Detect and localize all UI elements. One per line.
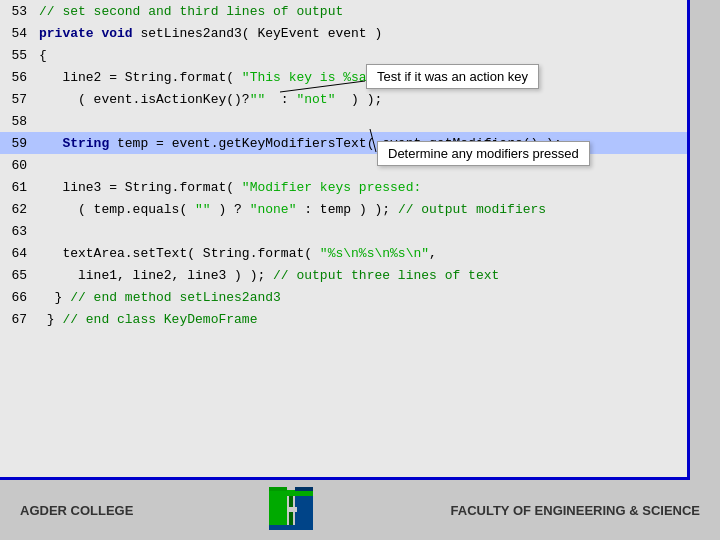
table-row: 58 bbox=[0, 110, 687, 132]
table-row: 62 ( temp.equals( "" ) ? "none" : temp )… bbox=[0, 198, 687, 220]
svg-rect-7 bbox=[287, 507, 297, 512]
svg-rect-6 bbox=[269, 525, 313, 530]
code-content: { bbox=[35, 44, 687, 66]
line-number: 63 bbox=[0, 220, 35, 242]
tooltip-modifiers: Determine any modifiers pressed bbox=[377, 141, 590, 166]
svg-rect-9 bbox=[295, 487, 313, 491]
code-content: // set second and third lines of output bbox=[35, 0, 687, 22]
code-content: } // end class KeyDemoFrame bbox=[35, 308, 687, 330]
svg-rect-8 bbox=[269, 487, 287, 491]
table-row: 64 textArea.setText( String.format( "%s\… bbox=[0, 242, 687, 264]
code-content: } // end method setLines2and3 bbox=[35, 286, 687, 308]
main-container: 53 // set second and third lines of outp… bbox=[0, 0, 720, 540]
line-number: 58 bbox=[0, 110, 35, 132]
line-number: 55 bbox=[0, 44, 35, 66]
code-content: textArea.setText( String.format( "%s\n%s… bbox=[35, 242, 687, 264]
line-number: 57 bbox=[0, 88, 35, 110]
table-row: 57 ( event.isActionKey()?"" : "not" ) ); bbox=[0, 88, 687, 110]
table-row: 53 // set second and third lines of outp… bbox=[0, 0, 687, 22]
footer: AGDER COLLEGE FACULTY OF ENGINEERING bbox=[0, 480, 720, 540]
table-row: 65 line1, line2, line3 ) ); // output th… bbox=[0, 264, 687, 286]
line-number: 65 bbox=[0, 264, 35, 286]
line-number: 66 bbox=[0, 286, 35, 308]
tooltip-action-key-text: Test if it was an action key bbox=[377, 69, 528, 84]
code-content: line2 = String.format( "This key is %san… bbox=[35, 66, 687, 88]
table-row: 63 bbox=[0, 220, 687, 242]
logo-icon bbox=[267, 485, 317, 535]
line-number: 61 bbox=[0, 176, 35, 198]
line-number: 62 bbox=[0, 198, 35, 220]
footer-logo bbox=[267, 485, 317, 535]
line-number: 67 bbox=[0, 308, 35, 330]
code-content: private void setLines2and3( KeyEvent eve… bbox=[35, 22, 687, 44]
tooltip-modifiers-text: Determine any modifiers pressed bbox=[388, 146, 579, 161]
code-content: ( temp.equals( "" ) ? "none" : temp ) );… bbox=[35, 198, 687, 220]
code-content: line1, line2, line3 ) ); // output three… bbox=[35, 264, 687, 286]
table-row: 54 private void setLines2and3( KeyEvent … bbox=[0, 22, 687, 44]
line-number: 54 bbox=[0, 22, 35, 44]
tooltip-action-key: Test if it was an action key bbox=[366, 64, 539, 89]
line-number: 60 bbox=[0, 154, 35, 176]
code-content bbox=[35, 110, 687, 132]
footer-right-text: FACULTY OF ENGINEERING & SCIENCE bbox=[451, 503, 700, 518]
code-content bbox=[35, 220, 687, 242]
footer-left-text: AGDER COLLEGE bbox=[20, 503, 133, 518]
line-number: 64 bbox=[0, 242, 35, 264]
table-row: 61 line3 = String.format( "Modifier keys… bbox=[0, 176, 687, 198]
code-content: line3 = String.format( "Modifier keys pr… bbox=[35, 176, 687, 198]
svg-rect-2 bbox=[269, 493, 287, 528]
line-number: 56 bbox=[0, 66, 35, 88]
svg-rect-4 bbox=[295, 493, 313, 528]
table-row: 67 } // end class KeyDemoFrame bbox=[0, 308, 687, 330]
line-number: 53 bbox=[0, 0, 35, 22]
code-content: ( event.isActionKey()?"" : "not" ) ); bbox=[35, 88, 687, 110]
table-row: 56 line2 = String.format( "This key is %… bbox=[0, 66, 687, 88]
code-area: 53 // set second and third lines of outp… bbox=[0, 0, 690, 480]
table-row: 55 { bbox=[0, 44, 687, 66]
table-row: 66 } // end method setLines2and3 bbox=[0, 286, 687, 308]
line-number: 59 bbox=[0, 132, 35, 154]
